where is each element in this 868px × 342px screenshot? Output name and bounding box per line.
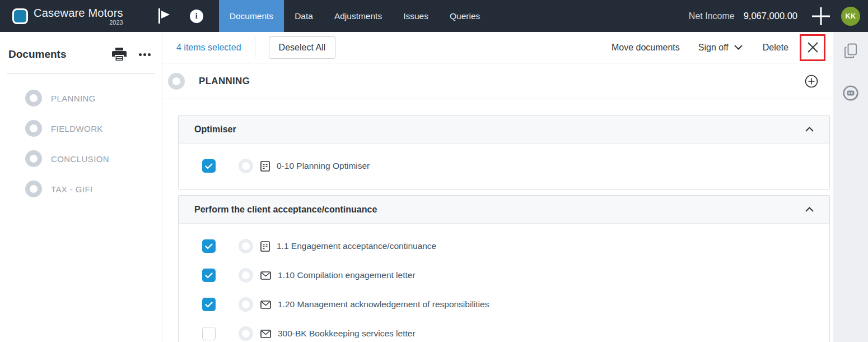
chevron-up-icon[interactable] bbox=[805, 207, 814, 212]
nav-tabs: DocumentsDataAdjustmentsIssuesQueries bbox=[219, 0, 491, 32]
chevron-down-icon bbox=[734, 45, 743, 50]
sign-off-label: Sign off bbox=[698, 43, 729, 53]
signoff-ring-icon[interactable] bbox=[239, 239, 253, 253]
document-label[interactable]: 1.10 Compilation engagement letter bbox=[278, 270, 416, 280]
document-row[interactable]: 1.20 Management acknowledgement of respo… bbox=[179, 290, 829, 319]
delete-button[interactable]: Delete bbox=[763, 43, 788, 53]
status-ring-icon bbox=[25, 120, 42, 137]
caseware-logo-icon bbox=[12, 8, 28, 24]
signoff-ring-icon[interactable] bbox=[239, 326, 253, 341]
document-row[interactable]: 300-BK Bookkeeping services letter bbox=[179, 319, 829, 342]
group-header[interactable]: Perform the client acceptance/continuanc… bbox=[179, 196, 829, 224]
phase-header: PLANNING bbox=[162, 63, 833, 99]
user-avatar[interactable]: KK bbox=[841, 7, 860, 26]
document-label[interactable]: 300-BK Bookkeeping services letter bbox=[278, 329, 416, 339]
sidebar-item-tax-gifi[interactable]: TAX - GIFI bbox=[0, 174, 162, 204]
document-row[interactable]: 0-10 Planning Optimiser bbox=[179, 151, 829, 181]
copy-documents-icon[interactable] bbox=[844, 43, 857, 59]
document-checkbox[interactable] bbox=[202, 327, 216, 340]
flag-icon[interactable] bbox=[158, 8, 171, 24]
tab-documents[interactable]: Documents bbox=[219, 0, 284, 32]
document-row[interactable]: 1.10 Compilation engagement letter bbox=[179, 261, 829, 290]
tab-label: Documents bbox=[230, 11, 273, 21]
move-documents-button[interactable]: Move documents bbox=[612, 43, 680, 53]
right-rail bbox=[833, 32, 868, 342]
document-row[interactable]: 1.1 Engagement acceptance/continuance bbox=[179, 232, 829, 261]
group-title: Optimiser bbox=[194, 124, 236, 135]
sidebar-item-conclusion[interactable]: CONCLUSION bbox=[0, 144, 162, 174]
net-income-label: Net Income bbox=[689, 11, 735, 21]
tab-issues[interactable]: Issues bbox=[393, 0, 439, 32]
brand-year: 2023 bbox=[109, 19, 123, 26]
toolbar-divider bbox=[255, 37, 255, 58]
deselect-all-button[interactable]: Deselect All bbox=[269, 36, 336, 59]
tab-label: Adjustments bbox=[334, 11, 382, 21]
document-group: Optimiser 0-10 Planning Optimiser bbox=[178, 115, 830, 190]
letter-icon bbox=[260, 271, 271, 280]
sidebar-item-fieldwork[interactable]: FIELDWORK bbox=[0, 113, 162, 144]
document-checkbox[interactable] bbox=[202, 239, 216, 253]
document-groups: Optimiser 0-10 Planning Optimiser Perf bbox=[162, 99, 833, 342]
add-document-icon[interactable] bbox=[805, 75, 818, 88]
document-label[interactable]: 1.20 Management acknowledgement of respo… bbox=[278, 299, 489, 309]
top-nav: Caseware Motors 2023 i DocumentsDataAdju… bbox=[0, 0, 868, 32]
letter-icon bbox=[260, 330, 271, 338]
status-ring-icon bbox=[25, 90, 42, 107]
close-icon[interactable] bbox=[807, 41, 819, 53]
support-headset-icon[interactable] bbox=[842, 85, 860, 102]
document-label[interactable]: 0-10 Planning Optimiser bbox=[277, 161, 370, 171]
phase-title: PLANNING bbox=[199, 76, 250, 87]
sidebar-item-label: FIELDWORK bbox=[51, 124, 103, 133]
status-ring-icon bbox=[25, 150, 42, 167]
signoff-ring-icon[interactable] bbox=[239, 297, 253, 312]
document-group: Perform the client acceptance/continuanc… bbox=[178, 195, 830, 342]
checklist-icon bbox=[260, 241, 270, 252]
net-income-value: 9,067,000.00 bbox=[744, 11, 797, 21]
more-options-icon[interactable] bbox=[139, 53, 151, 56]
brand-name: Caseware Motors bbox=[34, 7, 123, 19]
selection-toolbar: 4 items selected Deselect All Move docum… bbox=[162, 32, 833, 63]
document-checkbox[interactable] bbox=[202, 159, 216, 173]
sidebar-divider bbox=[7, 73, 155, 74]
main-panel: 4 items selected Deselect All Move docum… bbox=[162, 32, 833, 342]
info-icon[interactable]: i bbox=[190, 10, 203, 23]
chevron-up-icon[interactable] bbox=[805, 127, 814, 132]
tab-label: Issues bbox=[403, 11, 428, 21]
tab-adjustments[interactable]: Adjustments bbox=[324, 0, 393, 32]
sidebar-item-label: PLANNING bbox=[51, 94, 96, 103]
sign-off-button[interactable]: Sign off bbox=[698, 43, 743, 53]
print-icon[interactable] bbox=[112, 48, 127, 61]
sidebar-items: PLANNING FIELDWORK CONCLUSION TAX - GIFI bbox=[0, 83, 162, 204]
document-checkbox[interactable] bbox=[202, 269, 216, 282]
group-title: Perform the client acceptance/continuanc… bbox=[194, 205, 377, 215]
tab-label: Data bbox=[295, 11, 313, 21]
checklist-icon bbox=[260, 161, 270, 172]
add-icon[interactable] bbox=[811, 6, 831, 26]
brand[interactable]: Caseware Motors 2023 bbox=[12, 7, 123, 26]
tab-data[interactable]: Data bbox=[284, 0, 324, 32]
sidebar-item-planning[interactable]: PLANNING bbox=[0, 83, 162, 113]
group-items: 1.1 Engagement acceptance/continuance 1.… bbox=[179, 224, 829, 342]
group-header[interactable]: Optimiser bbox=[179, 115, 829, 144]
sidebar-title: Documents bbox=[8, 48, 66, 61]
document-checkbox[interactable] bbox=[202, 298, 216, 311]
tab-queries[interactable]: Queries bbox=[439, 0, 491, 32]
status-ring-icon bbox=[25, 181, 42, 197]
letter-icon bbox=[260, 301, 271, 309]
document-label[interactable]: 1.1 Engagement acceptance/continuance bbox=[277, 241, 436, 251]
signoff-ring-icon[interactable] bbox=[239, 159, 253, 173]
signoff-ring-icon[interactable] bbox=[239, 268, 253, 283]
sidebar-item-label: CONCLUSION bbox=[51, 154, 109, 164]
selected-count[interactable]: 4 items selected bbox=[176, 43, 241, 53]
documents-sidebar: Documents PLANNING FIELDWORK CONCLUSION … bbox=[0, 32, 162, 342]
sidebar-item-label: TAX - GIFI bbox=[51, 184, 93, 194]
group-items: 0-10 Planning Optimiser bbox=[179, 144, 829, 189]
annotation-highlight-box bbox=[800, 34, 825, 61]
phase-status-ring-icon[interactable] bbox=[168, 73, 185, 90]
tab-label: Queries bbox=[450, 11, 480, 21]
